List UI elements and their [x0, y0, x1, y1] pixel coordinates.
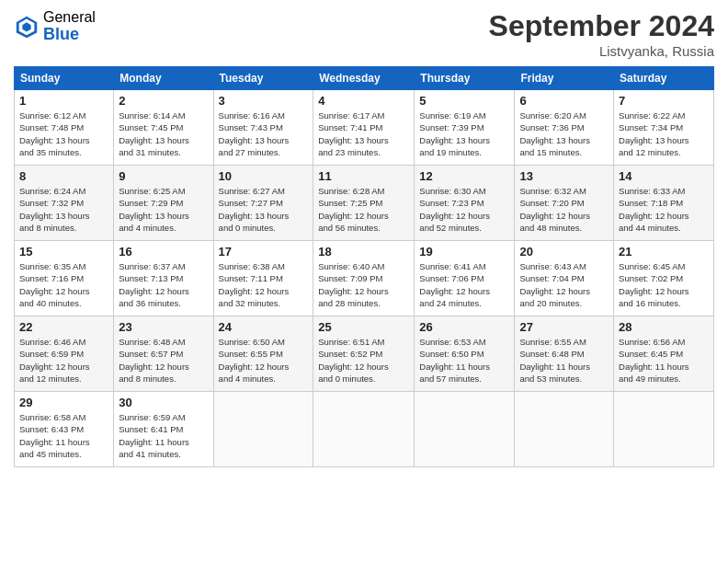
day-info: Sunrise: 6:22 AM Sunset: 7:34 PM Dayligh…	[619, 109, 709, 158]
calendar-cell: 24Sunrise: 6:50 AM Sunset: 6:55 PM Dayli…	[213, 316, 313, 392]
day-number: 2	[119, 94, 208, 108]
location-subtitle: Listvyanka, Russia	[489, 43, 714, 59]
day-info: Sunrise: 6:41 AM Sunset: 7:06 PM Dayligh…	[419, 260, 509, 309]
calendar-cell: 19Sunrise: 6:41 AM Sunset: 7:06 PM Dayli…	[415, 241, 515, 316]
weekday-header-saturday: Saturday	[614, 67, 714, 90]
day-number: 20	[519, 245, 609, 259]
calendar-cell: 12Sunrise: 6:30 AM Sunset: 7:23 PM Dayli…	[415, 166, 515, 241]
calendar-cell	[415, 392, 515, 467]
day-number: 17	[219, 245, 309, 259]
calendar-cell	[515, 392, 614, 467]
day-info: Sunrise: 6:14 AM Sunset: 7:45 PM Dayligh…	[119, 109, 208, 158]
calendar-cell: 25Sunrise: 6:51 AM Sunset: 6:52 PM Dayli…	[313, 316, 415, 392]
calendar-cell	[213, 392, 313, 467]
calendar-cell: 7Sunrise: 6:22 AM Sunset: 7:34 PM Daylig…	[614, 90, 714, 166]
weekday-header-thursday: Thursday	[415, 67, 515, 90]
calendar-cell: 21Sunrise: 6:45 AM Sunset: 7:02 PM Dayli…	[614, 241, 714, 316]
logo-icon	[14, 14, 40, 40]
calendar-cell: 28Sunrise: 6:56 AM Sunset: 6:45 PM Dayli…	[614, 316, 714, 392]
logo-blue: Blue	[43, 26, 96, 44]
calendar-week-5: 29Sunrise: 6:58 AM Sunset: 6:43 PM Dayli…	[15, 392, 714, 467]
day-number: 21	[619, 245, 709, 259]
calendar-cell: 22Sunrise: 6:46 AM Sunset: 6:59 PM Dayli…	[15, 316, 114, 392]
day-info: Sunrise: 6:27 AM Sunset: 7:27 PM Dayligh…	[219, 185, 309, 234]
weekday-header-tuesday: Tuesday	[213, 67, 313, 90]
day-info: Sunrise: 6:48 AM Sunset: 6:57 PM Dayligh…	[119, 336, 208, 385]
weekday-header-sunday: Sunday	[15, 67, 114, 90]
day-number: 12	[419, 169, 509, 183]
day-info: Sunrise: 6:28 AM Sunset: 7:25 PM Dayligh…	[318, 185, 409, 234]
page-header: General Blue September 2024 Listvyanka, …	[14, 9, 714, 59]
day-number: 22	[19, 320, 108, 334]
title-block: September 2024 Listvyanka, Russia	[489, 9, 714, 59]
day-number: 27	[519, 320, 609, 334]
calendar-cell	[313, 392, 415, 467]
day-number: 19	[419, 245, 509, 259]
calendar-cell: 6Sunrise: 6:20 AM Sunset: 7:36 PM Daylig…	[515, 90, 614, 166]
day-number: 23	[119, 320, 208, 334]
day-number: 6	[519, 94, 609, 108]
day-info: Sunrise: 6:45 AM Sunset: 7:02 PM Dayligh…	[619, 260, 709, 309]
day-number: 25	[318, 320, 409, 334]
calendar-week-3: 15Sunrise: 6:35 AM Sunset: 7:16 PM Dayli…	[15, 241, 714, 316]
day-info: Sunrise: 6:35 AM Sunset: 7:16 PM Dayligh…	[19, 260, 108, 309]
day-number: 30	[119, 396, 208, 409]
calendar-cell: 3Sunrise: 6:16 AM Sunset: 7:43 PM Daylig…	[213, 90, 313, 166]
day-info: Sunrise: 6:50 AM Sunset: 6:55 PM Dayligh…	[219, 336, 309, 385]
day-info: Sunrise: 6:32 AM Sunset: 7:20 PM Dayligh…	[519, 185, 609, 234]
day-number: 10	[219, 169, 309, 183]
calendar-table: SundayMondayTuesdayWednesdayThursdayFrid…	[14, 66, 714, 467]
day-info: Sunrise: 6:59 AM Sunset: 6:41 PM Dayligh…	[119, 411, 208, 460]
day-info: Sunrise: 6:25 AM Sunset: 7:29 PM Dayligh…	[119, 185, 208, 234]
weekday-header-friday: Friday	[515, 67, 614, 90]
logo-general: General	[43, 9, 96, 26]
month-title: September 2024	[489, 9, 714, 43]
calendar-cell: 27Sunrise: 6:55 AM Sunset: 6:48 PM Dayli…	[515, 316, 614, 392]
day-number: 11	[318, 169, 409, 183]
calendar-cell: 30Sunrise: 6:59 AM Sunset: 6:41 PM Dayli…	[114, 392, 213, 467]
day-info: Sunrise: 6:17 AM Sunset: 7:41 PM Dayligh…	[318, 109, 409, 158]
day-number: 4	[318, 94, 409, 108]
calendar-header-row: SundayMondayTuesdayWednesdayThursdayFrid…	[15, 67, 714, 90]
calendar-week-2: 8Sunrise: 6:24 AM Sunset: 7:32 PM Daylig…	[15, 166, 714, 241]
calendar-cell: 29Sunrise: 6:58 AM Sunset: 6:43 PM Dayli…	[15, 392, 114, 467]
calendar-cell: 14Sunrise: 6:33 AM Sunset: 7:18 PM Dayli…	[614, 166, 714, 241]
day-number: 14	[619, 169, 709, 183]
day-number: 7	[619, 94, 709, 108]
day-info: Sunrise: 6:43 AM Sunset: 7:04 PM Dayligh…	[519, 260, 609, 309]
day-info: Sunrise: 6:30 AM Sunset: 7:23 PM Dayligh…	[419, 185, 509, 234]
day-number: 29	[19, 396, 108, 409]
day-info: Sunrise: 6:51 AM Sunset: 6:52 PM Dayligh…	[318, 336, 409, 385]
weekday-header-wednesday: Wednesday	[313, 67, 415, 90]
day-info: Sunrise: 6:24 AM Sunset: 7:32 PM Dayligh…	[19, 185, 108, 234]
day-info: Sunrise: 6:40 AM Sunset: 7:09 PM Dayligh…	[318, 260, 409, 309]
day-number: 15	[19, 245, 108, 259]
calendar-cell: 5Sunrise: 6:19 AM Sunset: 7:39 PM Daylig…	[415, 90, 515, 166]
calendar-cell: 17Sunrise: 6:38 AM Sunset: 7:11 PM Dayli…	[213, 241, 313, 316]
calendar-cell: 13Sunrise: 6:32 AM Sunset: 7:20 PM Dayli…	[515, 166, 614, 241]
day-number: 16	[119, 245, 208, 259]
weekday-header-monday: Monday	[114, 67, 213, 90]
day-number: 26	[419, 320, 509, 334]
day-info: Sunrise: 6:38 AM Sunset: 7:11 PM Dayligh…	[219, 260, 309, 309]
day-number: 5	[419, 94, 509, 108]
calendar-cell: 26Sunrise: 6:53 AM Sunset: 6:50 PM Dayli…	[415, 316, 515, 392]
calendar-cell: 15Sunrise: 6:35 AM Sunset: 7:16 PM Dayli…	[15, 241, 114, 316]
day-info: Sunrise: 6:37 AM Sunset: 7:13 PM Dayligh…	[119, 260, 208, 309]
day-number: 18	[318, 245, 409, 259]
day-number: 8	[19, 169, 108, 183]
calendar-cell: 16Sunrise: 6:37 AM Sunset: 7:13 PM Dayli…	[114, 241, 213, 316]
day-info: Sunrise: 6:20 AM Sunset: 7:36 PM Dayligh…	[519, 109, 609, 158]
calendar-cell: 18Sunrise: 6:40 AM Sunset: 7:09 PM Dayli…	[313, 241, 415, 316]
day-number: 3	[219, 94, 309, 108]
day-info: Sunrise: 6:53 AM Sunset: 6:50 PM Dayligh…	[419, 336, 509, 385]
day-info: Sunrise: 6:16 AM Sunset: 7:43 PM Dayligh…	[219, 109, 309, 158]
day-info: Sunrise: 6:58 AM Sunset: 6:43 PM Dayligh…	[19, 411, 108, 460]
day-info: Sunrise: 6:33 AM Sunset: 7:18 PM Dayligh…	[619, 185, 709, 234]
day-number: 13	[519, 169, 609, 183]
day-info: Sunrise: 6:12 AM Sunset: 7:48 PM Dayligh…	[19, 109, 108, 158]
calendar-week-4: 22Sunrise: 6:46 AM Sunset: 6:59 PM Dayli…	[15, 316, 714, 392]
calendar-cell: 2Sunrise: 6:14 AM Sunset: 7:45 PM Daylig…	[114, 90, 213, 166]
day-info: Sunrise: 6:55 AM Sunset: 6:48 PM Dayligh…	[519, 336, 609, 385]
logo: General Blue	[14, 9, 96, 43]
